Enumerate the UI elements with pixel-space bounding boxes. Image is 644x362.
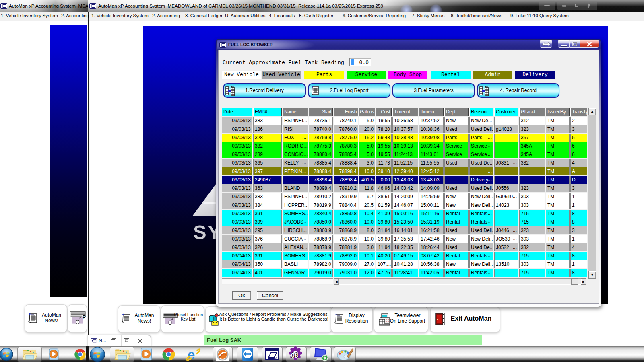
svg-text:08: 08 bbox=[291, 352, 298, 359]
